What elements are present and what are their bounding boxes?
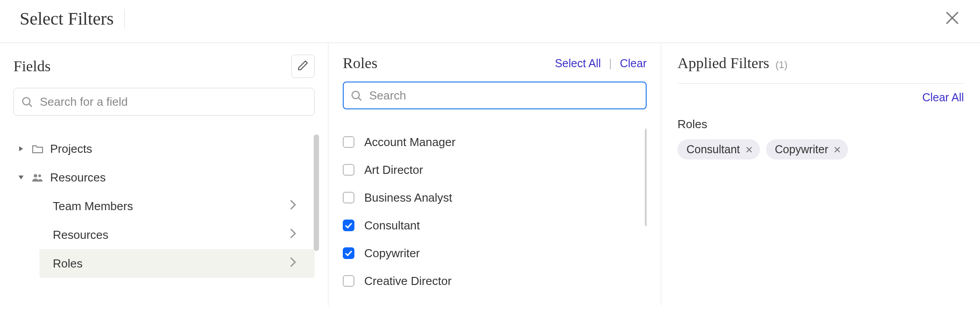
people-icon <box>31 173 44 182</box>
folder-icon <box>31 144 44 154</box>
roles-scrollbar[interactable] <box>645 128 647 227</box>
roles-list: Account Manager Art Director Business An… <box>343 117 647 306</box>
checkbox-unchecked[interactable] <box>343 164 354 176</box>
fields-panel: Fields Projects <box>0 43 328 306</box>
svg-point-7 <box>38 174 41 177</box>
dialog-header: Select Filters <box>0 0 980 43</box>
tree-item-label: Resources <box>50 171 106 185</box>
caret-down-icon <box>17 174 25 181</box>
role-option-business-analyst[interactable]: Business Analyst <box>343 184 647 211</box>
search-icon <box>21 95 33 108</box>
role-label: Business Analyst <box>364 191 452 205</box>
role-label: Creative Director <box>364 274 452 288</box>
roles-header: Roles Select All | Clear <box>343 55 647 72</box>
tree-sub-resources: Team Members Resources Roles <box>13 192 315 278</box>
chevron-right-icon <box>290 199 297 213</box>
applied-title: Applied Filters <box>677 55 769 72</box>
role-label: Copywriter <box>364 246 420 260</box>
chevron-right-icon <box>290 228 297 242</box>
fields-search-wrap <box>13 88 315 116</box>
role-label: Consultant <box>364 219 420 233</box>
roles-actions: Select All | Clear <box>555 57 647 70</box>
chip-label: Consultant <box>686 143 740 156</box>
chip-label: Copywriter <box>775 143 828 156</box>
close-icon <box>944 10 960 28</box>
tree-item-projects[interactable]: Projects <box>13 134 315 163</box>
tree-item-resources-sub[interactable]: Resources <box>39 220 315 249</box>
select-all-link[interactable]: Select All <box>555 57 601 70</box>
caret-right-icon <box>17 146 25 152</box>
header-divider <box>124 9 125 29</box>
main-content: Fields Projects <box>0 43 980 306</box>
close-button[interactable] <box>942 9 962 29</box>
svg-point-6 <box>34 174 37 177</box>
roles-search-wrap <box>343 82 647 109</box>
tree-item-roles[interactable]: Roles <box>39 249 315 278</box>
svg-marker-4 <box>19 146 23 151</box>
chip-remove-button[interactable] <box>746 146 753 153</box>
role-label: Art Director <box>364 163 423 177</box>
separator: | <box>609 57 612 70</box>
checkbox-unchecked[interactable] <box>343 136 354 148</box>
applied-chips: Consultant Copywriter <box>677 139 964 160</box>
edit-fields-button[interactable] <box>291 55 315 78</box>
checkbox-unchecked[interactable] <box>343 192 354 203</box>
clear-all-link[interactable]: Clear All <box>922 91 964 104</box>
tree-item-label: Projects <box>50 142 92 156</box>
role-option-creative-director[interactable]: Creative Director <box>343 267 647 295</box>
svg-line-9 <box>358 98 361 100</box>
fields-scrollbar[interactable] <box>314 134 319 251</box>
applied-header: Applied Filters (1) <box>677 55 964 84</box>
svg-line-3 <box>29 104 32 107</box>
fields-title: Fields <box>13 58 51 75</box>
applied-count: (1) <box>775 59 788 71</box>
filter-chip-copywriter: Copywriter <box>766 139 848 160</box>
search-icon <box>350 89 362 102</box>
tree-item-label: Roles <box>53 257 82 271</box>
roles-panel: Roles Select All | Clear Account Manager… <box>328 43 661 306</box>
chip-remove-button[interactable] <box>834 146 841 153</box>
roles-search-input[interactable] <box>343 82 647 109</box>
applied-panel: Applied Filters (1) Clear All Roles Cons… <box>661 43 980 306</box>
role-option-consultant[interactable]: Consultant <box>343 211 647 239</box>
dialog-title: Select Filters <box>20 8 114 29</box>
fields-search-input[interactable] <box>13 88 315 116</box>
checkbox-checked[interactable] <box>343 247 354 259</box>
clear-all-row: Clear All <box>677 91 964 104</box>
checkbox-unchecked[interactable] <box>343 275 354 287</box>
filter-chip-consultant: Consultant <box>677 139 760 160</box>
fields-tree: Projects Resources Team Members <box>13 124 315 278</box>
tree-item-team-members[interactable]: Team Members <box>39 192 315 220</box>
fields-header: Fields <box>13 55 315 78</box>
tree-item-resources[interactable]: Resources <box>13 163 315 192</box>
roles-title: Roles <box>343 55 377 72</box>
role-label: Account Manager <box>364 135 456 149</box>
pencil-icon <box>297 60 309 73</box>
role-option-copywriter[interactable]: Copywriter <box>343 239 647 267</box>
role-option-account-manager[interactable]: Account Manager <box>343 128 647 156</box>
tree-item-label: Resources <box>53 228 108 242</box>
role-option-art-director[interactable]: Art Director <box>343 156 647 184</box>
applied-group-title: Roles <box>677 117 964 131</box>
dialog-header-left: Select Filters <box>20 8 125 29</box>
clear-link[interactable]: Clear <box>620 57 647 70</box>
chevron-right-icon <box>290 257 297 271</box>
checkbox-checked[interactable] <box>343 220 354 231</box>
svg-marker-5 <box>18 176 23 179</box>
tree-item-label: Team Members <box>53 199 133 213</box>
